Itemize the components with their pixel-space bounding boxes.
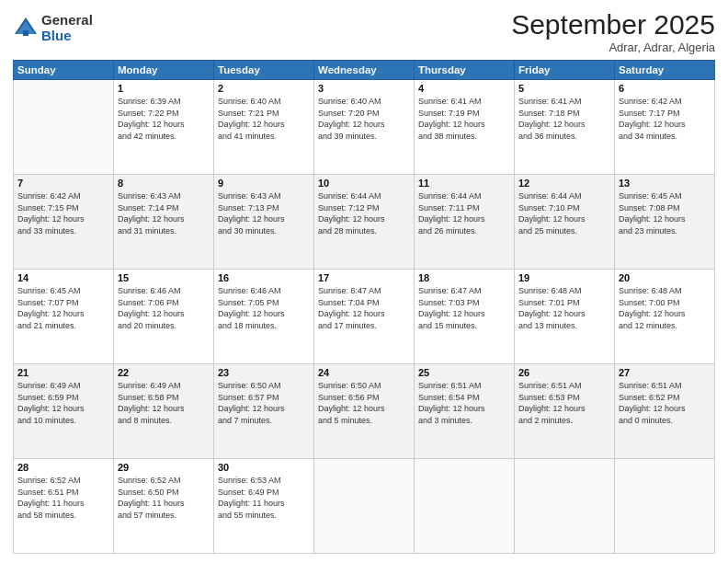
table-row: 15Sunrise: 6:46 AM Sunset: 7:06 PM Dayli… [114, 270, 214, 364]
subtitle: Adrar, Adrar, Algeria [511, 40, 715, 54]
day-number: 11 [418, 178, 510, 189]
table-row: 26Sunrise: 6:51 AM Sunset: 6:53 PM Dayli… [515, 364, 615, 459]
calendar-week-row: 21Sunrise: 6:49 AM Sunset: 6:59 PM Dayli… [14, 364, 715, 459]
table-row: 9Sunrise: 6:43 AM Sunset: 7:13 PM Daylig… [214, 175, 314, 270]
cell-daylight-text: Sunrise: 6:51 AM Sunset: 6:53 PM Dayligh… [518, 380, 610, 426]
cell-daylight-text: Sunrise: 6:49 AM Sunset: 6:59 PM Dayligh… [17, 380, 109, 426]
day-number: 8 [118, 178, 210, 189]
calendar-week-row: 1Sunrise: 6:39 AM Sunset: 7:22 PM Daylig… [14, 80, 715, 175]
calendar-week-row: 7Sunrise: 6:42 AM Sunset: 7:15 PM Daylig… [14, 175, 715, 270]
calendar-week-row: 14Sunrise: 6:45 AM Sunset: 7:07 PM Dayli… [14, 270, 715, 364]
table-row: 8Sunrise: 6:43 AM Sunset: 7:14 PM Daylig… [114, 175, 214, 270]
table-row: 5Sunrise: 6:41 AM Sunset: 7:18 PM Daylig… [515, 80, 615, 175]
cell-daylight-text: Sunrise: 6:46 AM Sunset: 7:05 PM Dayligh… [218, 285, 310, 331]
day-number: 2 [218, 83, 310, 94]
table-row: 2Sunrise: 6:40 AM Sunset: 7:21 PM Daylig… [214, 80, 314, 175]
table-row: 1Sunrise: 6:39 AM Sunset: 7:22 PM Daylig… [114, 80, 214, 175]
day-number: 3 [318, 83, 410, 94]
logo: General Blue [13, 13, 93, 43]
svg-rect-2 [23, 30, 28, 36]
day-number: 6 [619, 83, 711, 94]
cell-daylight-text: Sunrise: 6:42 AM Sunset: 7:15 PM Dayligh… [17, 190, 109, 236]
table-row: 11Sunrise: 6:44 AM Sunset: 7:11 PM Dayli… [415, 175, 515, 270]
header-tuesday: Tuesday [214, 61, 314, 80]
day-number: 22 [118, 367, 210, 378]
table-row: 14Sunrise: 6:45 AM Sunset: 7:07 PM Dayli… [14, 270, 114, 364]
cell-daylight-text: Sunrise: 6:44 AM Sunset: 7:11 PM Dayligh… [418, 190, 510, 236]
table-row [415, 459, 515, 554]
table-row: 7Sunrise: 6:42 AM Sunset: 7:15 PM Daylig… [14, 175, 114, 270]
calendar-table: Sunday Monday Tuesday Wednesday Thursday… [13, 60, 715, 554]
page: General Blue September 2025 Adrar, Adrar… [0, 0, 728, 563]
day-number: 24 [318, 367, 410, 378]
calendar-week-row: 28Sunrise: 6:52 AM Sunset: 6:51 PM Dayli… [14, 459, 715, 554]
cell-daylight-text: Sunrise: 6:53 AM Sunset: 6:49 PM Dayligh… [218, 475, 310, 521]
table-row: 23Sunrise: 6:50 AM Sunset: 6:57 PM Dayli… [214, 364, 314, 459]
day-number: 26 [518, 367, 610, 378]
cell-daylight-text: Sunrise: 6:40 AM Sunset: 7:21 PM Dayligh… [218, 96, 310, 142]
day-number: 19 [518, 272, 610, 283]
cell-daylight-text: Sunrise: 6:41 AM Sunset: 7:18 PM Dayligh… [518, 96, 610, 142]
header-saturday: Saturday [615, 61, 715, 80]
logo-general-label: General [41, 13, 93, 29]
cell-daylight-text: Sunrise: 6:50 AM Sunset: 6:57 PM Dayligh… [218, 380, 310, 426]
day-number: 21 [17, 367, 109, 378]
table-row: 20Sunrise: 6:48 AM Sunset: 7:00 PM Dayli… [615, 270, 715, 364]
cell-daylight-text: Sunrise: 6:40 AM Sunset: 7:20 PM Dayligh… [318, 96, 410, 142]
day-number: 7 [17, 178, 109, 189]
table-row: 21Sunrise: 6:49 AM Sunset: 6:59 PM Dayli… [14, 364, 114, 459]
table-row [515, 459, 615, 554]
title-block: September 2025 Adrar, Adrar, Algeria [511, 9, 715, 54]
day-number: 16 [218, 272, 310, 283]
cell-daylight-text: Sunrise: 6:44 AM Sunset: 7:10 PM Dayligh… [518, 190, 610, 236]
cell-daylight-text: Sunrise: 6:52 AM Sunset: 6:51 PM Dayligh… [17, 475, 109, 521]
cell-daylight-text: Sunrise: 6:47 AM Sunset: 7:04 PM Dayligh… [318, 285, 410, 331]
day-number: 25 [418, 367, 510, 378]
table-row: 17Sunrise: 6:47 AM Sunset: 7:04 PM Dayli… [314, 270, 415, 364]
header-wednesday: Wednesday [314, 61, 415, 80]
table-row: 4Sunrise: 6:41 AM Sunset: 7:19 PM Daylig… [415, 80, 515, 175]
day-number: 1 [118, 83, 210, 94]
table-row: 18Sunrise: 6:47 AM Sunset: 7:03 PM Dayli… [415, 270, 515, 364]
table-row: 19Sunrise: 6:48 AM Sunset: 7:01 PM Dayli… [515, 270, 615, 364]
day-number: 9 [218, 178, 310, 189]
day-number: 13 [619, 178, 711, 189]
day-number: 30 [218, 462, 310, 473]
table-row: 24Sunrise: 6:50 AM Sunset: 6:56 PM Dayli… [314, 364, 415, 459]
cell-daylight-text: Sunrise: 6:51 AM Sunset: 6:52 PM Dayligh… [619, 380, 711, 426]
cell-daylight-text: Sunrise: 6:47 AM Sunset: 7:03 PM Dayligh… [418, 285, 510, 331]
logo-icon [13, 16, 39, 41]
day-number: 14 [17, 272, 109, 283]
table-row [314, 459, 415, 554]
cell-daylight-text: Sunrise: 6:48 AM Sunset: 7:01 PM Dayligh… [518, 285, 610, 331]
table-row: 27Sunrise: 6:51 AM Sunset: 6:52 PM Dayli… [615, 364, 715, 459]
cell-daylight-text: Sunrise: 6:43 AM Sunset: 7:13 PM Dayligh… [218, 190, 310, 236]
logo-blue-label: Blue [41, 29, 93, 44]
weekday-header-row: Sunday Monday Tuesday Wednesday Thursday… [14, 61, 715, 80]
table-row: 13Sunrise: 6:45 AM Sunset: 7:08 PM Dayli… [615, 175, 715, 270]
table-row: 12Sunrise: 6:44 AM Sunset: 7:10 PM Dayli… [515, 175, 615, 270]
logo-text: General Blue [41, 13, 93, 43]
day-number: 4 [418, 83, 510, 94]
cell-daylight-text: Sunrise: 6:48 AM Sunset: 7:00 PM Dayligh… [619, 285, 711, 331]
cell-daylight-text: Sunrise: 6:50 AM Sunset: 6:56 PM Dayligh… [318, 380, 410, 426]
table-row: 16Sunrise: 6:46 AM Sunset: 7:05 PM Dayli… [214, 270, 314, 364]
day-number: 27 [619, 367, 711, 378]
cell-daylight-text: Sunrise: 6:44 AM Sunset: 7:12 PM Dayligh… [318, 190, 410, 236]
table-row: 30Sunrise: 6:53 AM Sunset: 6:49 PM Dayli… [214, 459, 314, 554]
table-row: 6Sunrise: 6:42 AM Sunset: 7:17 PM Daylig… [615, 80, 715, 175]
cell-daylight-text: Sunrise: 6:43 AM Sunset: 7:14 PM Dayligh… [118, 190, 210, 236]
day-number: 29 [118, 462, 210, 473]
day-number: 5 [518, 83, 610, 94]
day-number: 10 [318, 178, 410, 189]
cell-daylight-text: Sunrise: 6:52 AM Sunset: 6:50 PM Dayligh… [118, 475, 210, 521]
day-number: 17 [318, 272, 410, 283]
day-number: 20 [619, 272, 711, 283]
table-row: 29Sunrise: 6:52 AM Sunset: 6:50 PM Dayli… [114, 459, 214, 554]
day-number: 23 [218, 367, 310, 378]
table-row: 25Sunrise: 6:51 AM Sunset: 6:54 PM Dayli… [415, 364, 515, 459]
cell-daylight-text: Sunrise: 6:41 AM Sunset: 7:19 PM Dayligh… [418, 96, 510, 142]
cell-daylight-text: Sunrise: 6:45 AM Sunset: 7:08 PM Dayligh… [619, 190, 711, 236]
table-row [615, 459, 715, 554]
day-number: 12 [518, 178, 610, 189]
